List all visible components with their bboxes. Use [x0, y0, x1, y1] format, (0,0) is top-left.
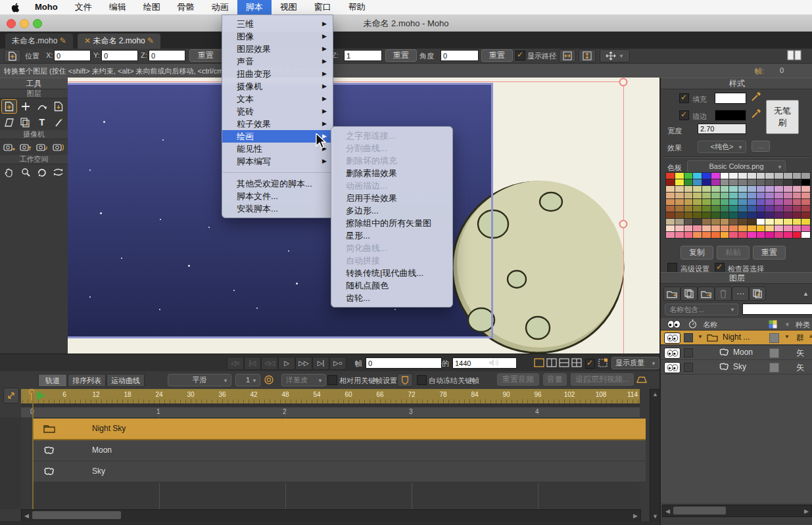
layer-row-sky[interactable]: Sky 矢: [661, 360, 812, 375]
palette-swatch[interactable]: [801, 193, 810, 198]
palette-swatch[interactable]: [729, 225, 738, 231]
scroll-down-icon[interactable]: ▼: [652, 513, 658, 520]
position-y-input[interactable]: [101, 50, 138, 61]
palette-swatch[interactable]: [748, 173, 756, 179]
layer-filter-input[interactable]: [742, 304, 812, 315]
stereo-view-checkbox[interactable]: [585, 359, 595, 369]
palette-swatch[interactable]: [793, 179, 801, 185]
palette-swatch[interactable]: [711, 232, 720, 238]
palette-swatch[interactable]: [775, 179, 783, 185]
scroll-thumb[interactable]: [673, 507, 726, 514]
palette-swatch[interactable]: [666, 173, 675, 179]
playback-button-0[interactable]: ◁○: [227, 357, 244, 370]
reset-angle-button[interactable]: 重置: [481, 49, 513, 62]
view-split-horizontal-button[interactable]: [559, 358, 569, 370]
menu-item[interactable]: 图层效果▶: [222, 43, 333, 55]
menu-item[interactable]: 齿轮...: [331, 292, 452, 304]
timeline-tab-motiongraph[interactable]: 运动曲线: [107, 374, 145, 387]
palette-swatch[interactable]: [729, 173, 738, 179]
palette-swatch[interactable]: [748, 212, 756, 218]
palette-swatch[interactable]: [721, 232, 729, 238]
palette-swatch[interactable]: [693, 212, 702, 218]
interpolation-dropdown[interactable]: 平滑▼: [168, 374, 231, 386]
palette-swatch[interactable]: [721, 199, 729, 205]
palette-swatch[interactable]: [748, 186, 756, 192]
scroll-up-icon[interactable]: ▲: [652, 391, 658, 398]
palette-swatch[interactable]: [765, 219, 774, 225]
select-shapes-tool[interactable]: [18, 116, 33, 129]
palette-swatch[interactable]: [793, 232, 801, 238]
playback-button-5[interactable]: ▷|: [312, 357, 329, 370]
palette-swatch[interactable]: [711, 219, 720, 225]
palette-swatch[interactable]: [775, 193, 783, 198]
palette-swatch[interactable]: [684, 232, 693, 238]
palette-swatch[interactable]: [711, 199, 720, 205]
menu-item[interactable]: 其他受欢迎的脚本...: [222, 177, 333, 190]
palette-swatch[interactable]: [765, 212, 774, 218]
current-frame-input[interactable]: [366, 357, 442, 369]
palette-dropdown[interactable]: Basic Colors.png▼: [687, 160, 786, 173]
menu-item[interactable]: 擦除组中的所有矢量图: [331, 217, 452, 229]
palette-swatch[interactable]: [675, 173, 684, 179]
shear-layer-tool[interactable]: [2, 116, 16, 129]
layer-row-night-sky[interactable]: ▼ Night ... ▼ 群 ▲: [661, 331, 812, 346]
palette-swatch[interactable]: [784, 219, 792, 225]
visibility-toggle[interactable]: [664, 348, 681, 359]
palette-swatch[interactable]: [693, 232, 702, 238]
reset-position-button[interactable]: 重置: [189, 49, 222, 62]
scroll-left-icon[interactable]: ◀: [24, 513, 29, 519]
menubar-item-draw[interactable]: 绘图: [135, 0, 169, 14]
layers-h-scrollbar[interactable]: ◀ ▶: [662, 505, 812, 517]
menu-item[interactable]: 扭曲变形▶: [222, 68, 333, 80]
menu-item[interactable]: 删除素描效果: [331, 167, 452, 179]
palette-swatch[interactable]: [757, 225, 765, 231]
menubar-item-scripts[interactable]: 脚本: [237, 0, 272, 14]
timeline-row-night-sky[interactable]: Night Sky: [33, 419, 646, 440]
palette-swatch[interactable]: [684, 193, 693, 198]
animated-toggle[interactable]: [684, 348, 693, 357]
palette-swatch[interactable]: [675, 219, 684, 225]
position-z-input[interactable]: [149, 50, 185, 61]
safe-frame-button[interactable]: [598, 358, 608, 370]
palette-swatch[interactable]: [675, 193, 684, 198]
palette-swatch[interactable]: [702, 212, 711, 218]
palette-swatch[interactable]: [711, 212, 720, 218]
onion-skin-button[interactable]: [263, 375, 275, 388]
visibility-toggle[interactable]: [664, 332, 681, 344]
palette-swatch[interactable]: [684, 212, 693, 218]
palette-swatch[interactable]: [693, 206, 702, 212]
layer-row-moon[interactable]: Moon 矢: [661, 346, 812, 361]
onion-skin-dropdown[interactable]: 洋葱皮▼: [281, 374, 326, 386]
new-layer-button[interactable]: [663, 286, 681, 301]
playback-button-6[interactable]: ▷○: [329, 357, 346, 370]
palette-swatch[interactable]: [775, 173, 783, 179]
camera-roll-tool[interactable]: [35, 141, 49, 154]
expand-triangle-icon[interactable]: ▼: [698, 334, 703, 340]
palette-swatch[interactable]: [666, 219, 675, 225]
palette-swatch[interactable]: [757, 186, 765, 192]
menu-item[interactable]: 摄像机▶: [222, 80, 333, 93]
track-to-video-button[interactable]: 追踪层到视频...: [571, 373, 634, 386]
menu-item[interactable]: 三维▶: [222, 18, 333, 30]
palette-swatch[interactable]: [711, 179, 720, 185]
frame-ruler[interactable]: 6121824303642485460667278849096102108114: [21, 389, 640, 403]
palette-swatch[interactable]: [675, 232, 684, 238]
palette-swatch[interactable]: [693, 193, 702, 198]
menubar-item-file[interactable]: 文件: [66, 0, 101, 14]
pages-view-button[interactable]: [785, 49, 803, 62]
relative-keyframes-checkbox[interactable]: [327, 375, 337, 385]
palette-swatch[interactable]: [666, 193, 675, 198]
reset-scale-button[interactable]: 重置: [385, 49, 417, 62]
layer-color-swatch[interactable]: [769, 363, 779, 373]
copy-style-button[interactable]: 复制: [681, 246, 713, 260]
palette-swatch[interactable]: [711, 186, 720, 192]
interp-count-dropdown[interactable]: 1▼: [235, 374, 260, 386]
palette-swatch[interactable]: [666, 186, 675, 192]
palette-swatch[interactable]: [721, 193, 729, 198]
text-tool[interactable]: T: [35, 116, 49, 129]
show-path-checkbox[interactable]: [515, 51, 525, 60]
transform-layer-tool[interactable]: [2, 100, 16, 113]
palette-swatch[interactable]: [666, 212, 675, 218]
palette-swatch[interactable]: [775, 206, 783, 212]
flip-vertical-button[interactable]: [579, 49, 596, 62]
